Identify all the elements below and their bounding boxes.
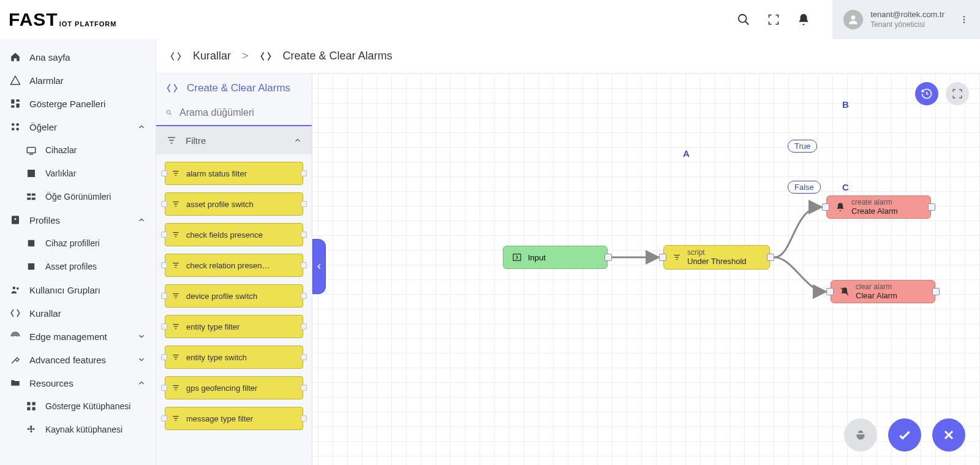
search-input[interactable] [179,107,302,118]
bell-off-icon [840,287,850,297]
svg-rect-23 [28,240,35,247]
nav-dashboard-lib[interactable]: Gösterge Kütüphanesi [0,395,156,418]
fullscreen-canvas-button[interactable] [946,82,969,105]
nav-edge[interactable]: Edge management [0,325,156,348]
library-node[interactable]: asset profile switch [165,192,303,216]
nav-item-views[interactable]: Öğe Görünümleri [0,185,156,208]
rules-icon [10,308,21,319]
library-node[interactable]: entity type filter [165,315,303,338]
nav-asset-profiles[interactable]: Asset profiles [0,255,156,278]
asset-profile-icon [26,261,37,272]
history-button[interactable] [915,82,938,105]
cancel-button[interactable] [932,418,965,452]
breadcrumb-rules[interactable]: Kurallar [193,50,231,62]
chevron-up-icon [137,379,146,387]
debug-button[interactable] [844,418,877,452]
user-role: Tenant yöneticisi [870,20,944,30]
svg-rect-6 [11,99,14,104]
library-node[interactable]: entity type switch [165,346,303,369]
alarm-icon [10,75,21,86]
filter-icon [172,414,180,423]
marker-b: B [842,99,849,110]
nav-advanced[interactable]: Advanced features [0,348,156,371]
chevron-up-icon [293,136,302,145]
filter-icon [172,200,180,208]
bell-icon[interactable] [797,13,810,26]
nav-device-profiles[interactable]: Cihaz profilleri [0,232,156,255]
nav-user-groups[interactable]: Kullanıcı Grupları [0,278,156,301]
svg-rect-14 [27,148,36,153]
library-node[interactable]: check relation presen… [165,254,303,277]
nav-items[interactable]: Öğeler [0,115,156,138]
svg-line-1 [745,21,749,25]
dashboard-icon [10,98,21,109]
svg-rect-27 [27,402,30,405]
code-icon [260,50,272,62]
svg-point-13 [17,128,20,131]
filter-section-header[interactable]: Filtre [156,126,312,154]
bug-icon [853,427,869,443]
library-node[interactable]: gps geofencing filter [165,376,303,399]
tools-icon [10,354,21,365]
nav-devices[interactable]: Cihazlar [0,138,156,162]
svg-rect-18 [32,194,36,196]
library-node[interactable]: device profile switch [165,284,303,308]
filter-icon [172,353,180,361]
node-library-panel: Create & Clear Alarms Filtre alarm statu… [156,74,312,465]
logo-main: FAST [9,9,58,30]
avatar [843,10,863,29]
flow-node-input[interactable]: Input [503,246,608,269]
svg-point-2 [851,15,856,20]
chevron-up-icon [137,216,146,224]
apply-button[interactable] [888,418,921,452]
nav-resources[interactable]: Resources [0,371,156,395]
chevron-down-icon [137,355,146,364]
filter-icon [673,253,681,262]
node-list: alarm status filter asset profile switch… [156,154,312,465]
svg-point-4 [963,19,965,21]
user-email: tenant@roltek.com.tr [870,10,944,20]
flow-node-create-alarm[interactable]: create alarmCreate Alarm [826,195,931,219]
svg-point-22 [15,218,17,220]
history-icon [921,88,933,100]
topbar-actions [737,13,832,26]
library-node[interactable]: check fields presence [165,223,303,246]
panel-title: Create & Clear Alarms [156,74,312,103]
device-icon [26,145,37,156]
nav-dashboards[interactable]: Gösterge Panelleri [0,92,156,115]
flow-node-clear-alarm[interactable]: clear alarmClear Alarm [831,280,935,303]
user-menu[interactable]: tenant@roltek.com.tr Tenant yöneticisi [832,0,980,39]
search-icon[interactable] [737,13,750,26]
close-icon [941,428,956,442]
svg-rect-28 [32,402,36,405]
breadcrumb: Kurallar > Create & Clear Alarms [156,39,980,74]
device-profile-icon [26,238,37,249]
svg-rect-24 [28,263,35,270]
fullscreen-icon [952,88,963,99]
nav-profiles[interactable]: Profiles [0,208,156,232]
logo-sub: IOT PLATFORM [59,20,117,28]
nav-entities[interactable]: Varlıklar [0,162,156,185]
check-icon [897,427,913,443]
library-node[interactable]: message type filter [165,407,303,430]
filter-icon [172,292,180,300]
lib-icon [26,401,37,412]
rule-canvas[interactable]: Create & Clear Alarms Filtre alarm statu… [156,74,980,465]
panel-collapse-handle[interactable] [312,239,326,294]
library-node[interactable]: alarm status filter [165,162,303,185]
nav-rules[interactable]: Kurallar [0,301,156,325]
flow-node-script[interactable]: scriptUnder Threshold [663,245,770,270]
view-icon [26,191,37,202]
canvas-bottom-actions [844,418,965,452]
kebab-icon[interactable] [959,15,969,25]
svg-rect-29 [27,407,30,410]
svg-point-3 [963,16,965,18]
nav-source-lib[interactable]: Kaynak kütüphanesi [0,418,156,441]
fullscreen-icon[interactable] [767,13,780,26]
chevron-left-icon [315,262,323,271]
nav-alarms[interactable]: Alarmlar [0,69,156,92]
nav-home[interactable]: Ana sayfa [0,45,156,69]
code-icon [166,82,178,94]
main-area: Kurallar > Create & Clear Alarms Create … [156,39,980,465]
user-info: tenant@roltek.com.tr Tenant yöneticisi [870,10,944,29]
